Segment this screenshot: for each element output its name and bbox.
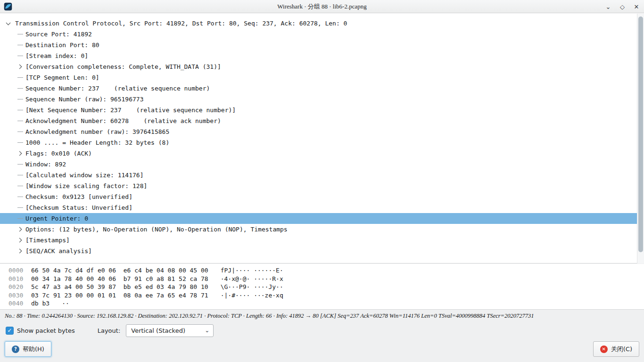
tree-item-label: Acknowledgment number (raw): 3976415865 — [25, 128, 169, 135]
tree-branch-tick — [17, 34, 25, 34]
hex-ascii[interactable]: ·· — [62, 299, 69, 308]
tree-item-row[interactable]: Acknowledgment Number: 60278 (relative a… — [0, 115, 644, 126]
tree-item-row[interactable]: Flags: 0x010 (ACK) — [0, 148, 644, 159]
tree-item-row[interactable]: Acknowledgment number (raw): 3976415865 — [0, 126, 644, 137]
expand-chevron-icon[interactable] — [17, 65, 25, 68]
tree-item-row[interactable]: [Window size scaling factor: 128] — [0, 181, 644, 191]
tree-item-label: Checksum: 0x9123 [unverified] — [25, 193, 132, 200]
tree-item-row[interactable]: Sequence Number: 237 (relative sequence … — [0, 83, 644, 94]
tree-branch-tick — [17, 45, 25, 45]
tree-item-row[interactable]: Destination Port: 80 — [0, 40, 644, 50]
tree-root-label: Transmission Control Protocol, Src Port:… — [15, 20, 347, 27]
window-maximize-icon[interactable]: ◇ — [619, 3, 626, 10]
tree-scrollbar-thumb[interactable] — [638, 16, 643, 252]
hex-offset: 0000 — [8, 266, 30, 275]
hex-ascii[interactable]: fPJ|···· ······E· — [221, 266, 283, 275]
tree-item-label: Urgent Pointer: 0 — [25, 215, 88, 222]
hex-row[interactable]: 001000 34 1a 78 40 00 40 06 b7 91 c0 a8 … — [8, 275, 644, 283]
hex-ascii[interactable]: \G···P9· ····Jy·· — [221, 283, 283, 291]
hex-bytes[interactable]: 66 50 4a 7c d4 df e0 06 e6 c4 be 04 08 0… — [31, 266, 208, 275]
close-circle-icon: ✕ — [600, 346, 608, 353]
tree-item-row[interactable]: Checksum: 0x9123 [unverified] — [0, 191, 644, 202]
help-button[interactable]: ? 帮助(H) — [5, 341, 51, 357]
tree-branch-tick — [17, 77, 25, 78]
hex-ascii[interactable]: ·|·#···· ···ze·xq — [221, 291, 283, 300]
tree-item-label: Destination Port: 80 — [25, 41, 99, 49]
window-title: Wireshark · 分组 88 · lib6-2.pcapng — [0, 2, 644, 11]
expand-chevron-icon[interactable] — [17, 239, 25, 242]
hex-bytes[interactable]: 03 7c 91 23 00 00 01 01 08 0a ee 7a 65 e… — [31, 291, 208, 300]
chevron-down-icon: ⌄ — [205, 327, 209, 334]
title-bar[interactable]: Wireshark · 分组 88 · lib6-2.pcapng ⌄ ◇ ✕ — [0, 0, 644, 13]
hex-ascii[interactable]: ·4·x@·@· ·····R·x — [221, 275, 283, 283]
tree-branch-tick — [17, 99, 25, 99]
hex-bytes[interactable]: db b3 — [31, 299, 50, 308]
expand-chevron-icon[interactable] — [17, 249, 25, 253]
hex-row[interactable]: 0040db b3·· — [8, 299, 644, 308]
hex-row[interactable]: 00205c 47 a3 a4 00 50 39 87 bb e5 ed 03 … — [8, 283, 644, 291]
tree-item-row[interactable]: [SEQ/ACK analysis] — [0, 246, 644, 256]
tree-item-row[interactable]: [Timestamps] — [0, 235, 644, 246]
packet-dialog-window: Wireshark · 分组 88 · lib6-2.pcapng ⌄ ◇ ✕ … — [0, 0, 644, 362]
tree-item-label: [Stream index: 0] — [25, 52, 88, 59]
tree-item-row[interactable]: Source Port: 41892 — [0, 29, 644, 40]
layout-select-value: Vertical (Stacked) — [131, 327, 185, 334]
tree-item-row[interactable]: Urgent Pointer: 0 — [0, 213, 644, 224]
hex-rows-container: 000066 50 4a 7c d4 df e0 06 e6 c4 be 04 … — [8, 266, 644, 308]
tree-item-label: Acknowledgment Number: 60278 (relative a… — [25, 117, 221, 124]
tree-item-label: 1000 .... = Header Length: 32 bytes (8) — [25, 139, 169, 146]
tree-item-label: [Calculated window size: 114176] — [25, 172, 143, 179]
tree-branch-tick — [17, 175, 25, 175]
tree-item-label: [SEQ/ACK analysis] — [25, 247, 92, 255]
layout-select[interactable]: Vertical (Stacked) ⌄ — [126, 324, 214, 337]
tree-item-label: [Checksum Status: Unverified] — [25, 204, 132, 211]
show-packet-bytes-label: Show packet bytes — [17, 327, 75, 334]
tree-branch-tick — [17, 218, 25, 219]
tree-branch-tick — [17, 56, 25, 56]
collapse-chevron-icon[interactable] — [6, 21, 11, 25]
tree-item-row[interactable]: Window: 892 — [0, 159, 644, 170]
tree-item-row[interactable]: [Next Sequence Number: 237 (relative seq… — [0, 105, 644, 115]
hex-bytes[interactable]: 5c 47 a3 a4 00 50 39 87 bb e5 ed 03 4a 7… — [31, 283, 208, 291]
hex-offset: 0030 — [8, 291, 30, 300]
show-packet-bytes-checkbox-field[interactable]: ✓ Show packet bytes — [6, 327, 75, 335]
tree-item-label: [TCP Segment Len: 0] — [25, 74, 99, 81]
hex-row[interactable]: 000066 50 4a 7c d4 df e0 06 e6 c4 be 04 … — [8, 266, 644, 275]
tree-branch-tick — [17, 197, 25, 197]
packet-bytes-pane: 000066 50 4a 7c d4 df e0 06 e6 c4 be 04 … — [0, 264, 644, 310]
close-button[interactable]: ✕ 关闭(C) — [593, 341, 639, 357]
close-button-label: 关闭(C) — [611, 345, 632, 354]
checkbox-checked-icon[interactable]: ✓ — [6, 327, 14, 335]
help-button-label: 帮助(H) — [23, 345, 44, 354]
tree-item-row[interactable]: [TCP Segment Len: 0] — [0, 72, 644, 83]
expand-chevron-icon[interactable] — [17, 228, 25, 231]
tree-item-row[interactable]: [Calculated window size: 114176] — [0, 170, 644, 181]
window-close-icon[interactable]: ✕ — [633, 3, 640, 10]
tree-branch-tick — [17, 88, 25, 89]
tree-item-label: Options: (12 bytes), No-Operation (NOP),… — [25, 226, 288, 233]
tree-scrollbar-track[interactable] — [637, 14, 644, 263]
tree-branch-tick — [17, 121, 25, 121]
tree-branch-tick — [17, 132, 25, 132]
tree-branch-tick — [17, 207, 25, 208]
tree-root-row[interactable]: Transmission Control Protocol, Src Port:… — [0, 18, 644, 29]
window-minimize-icon[interactable]: ⌄ — [604, 3, 612, 10]
hex-offset: 0020 — [8, 283, 30, 291]
tree-item-row[interactable]: [Stream index: 0] — [0, 50, 644, 61]
tree-item-label: [Next Sequence Number: 237 (relative seq… — [25, 107, 236, 114]
hex-offset: 0010 — [8, 275, 30, 283]
tree-item-row[interactable]: [Conversation completeness: Complete, WI… — [0, 61, 644, 72]
expand-chevron-icon[interactable] — [17, 152, 25, 155]
tree-item-label: [Timestamps] — [25, 237, 70, 244]
packet-detail-tree: Transmission Control Protocol, Src Port:… — [0, 13, 644, 263]
help-icon: ? — [12, 346, 19, 353]
tree-item-label: Sequence Number (raw): 965196773 — [25, 96, 143, 103]
tree-item-row[interactable]: [Checksum Status: Unverified] — [0, 202, 644, 213]
tree-item-row[interactable]: 1000 .... = Header Length: 32 bytes (8) — [0, 137, 644, 148]
hex-offset: 0040 — [8, 299, 30, 308]
tree-item-row[interactable]: Sequence Number (raw): 965196773 — [0, 94, 644, 105]
tree-branch-tick — [17, 110, 25, 110]
tree-item-row[interactable]: Options: (12 bytes), No-Operation (NOP),… — [0, 224, 644, 235]
hex-bytes[interactable]: 00 34 1a 78 40 00 40 06 b7 91 c0 a8 81 5… — [31, 275, 208, 283]
hex-row[interactable]: 003003 7c 91 23 00 00 01 01 08 0a ee 7a … — [8, 291, 644, 300]
